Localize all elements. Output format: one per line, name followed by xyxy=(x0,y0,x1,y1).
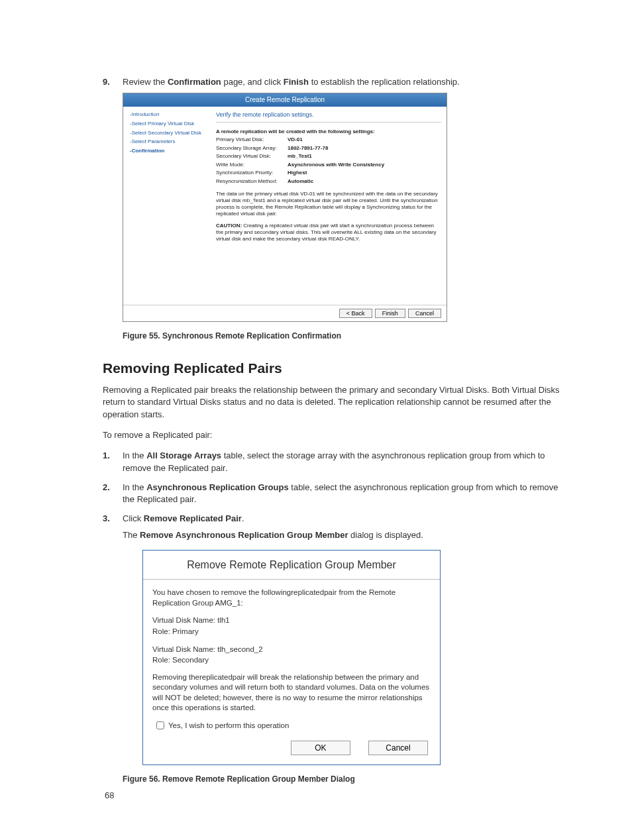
primary-vd-name: Virtual Disk Name: tlh1 xyxy=(152,615,431,626)
row-sync-priority: Synchronization Priority:Highest xyxy=(216,169,441,177)
wizard-footer: < Back Finish Cancel xyxy=(123,305,447,321)
s2-b: Asynchronous Replication Groups xyxy=(146,482,289,492)
s3a-pre: Click xyxy=(123,513,144,523)
s2-pre: In the xyxy=(123,482,146,492)
dialog-p1: You have chosen to remove the followingr… xyxy=(152,588,431,608)
wizard-desc: The data on the primary virtual disk VD-… xyxy=(216,191,441,217)
s1-b: All Storage Arrays xyxy=(146,450,221,460)
primary-role: Role: Primary xyxy=(152,626,431,637)
ssa-lbl: Secondary Storage Array: xyxy=(216,144,288,152)
page-number: 68 xyxy=(105,790,114,800)
side-intro[interactable]: -Introduction xyxy=(130,111,209,119)
rm-lbl: Resyncronization Method: xyxy=(216,178,288,185)
wizard-title: Create Remote Replication xyxy=(123,93,447,107)
wm-val: Asynchronous with Write Consistency xyxy=(288,162,384,168)
s1-pre: In the xyxy=(123,450,146,460)
s3a-post: . xyxy=(242,513,244,523)
pvd-val: VD-01 xyxy=(288,136,303,142)
step-9-pre: Review the xyxy=(123,77,168,87)
step-9-text: Review the Confirmation page, and click … xyxy=(123,77,460,87)
remove-member-dialog: Remove Remote Replication Group Member Y… xyxy=(142,550,441,765)
side-select-secondary[interactable]: -Select Secondary Virtual Disk xyxy=(130,129,209,137)
rm-val: Automatic xyxy=(288,178,313,184)
back-button[interactable]: < Back xyxy=(339,309,372,318)
row-write-mode: Write Mode:Asynchronous with Write Consi… xyxy=(216,161,441,169)
figure-55-caption: Figure 55. Synchronous Remote Replicatio… xyxy=(123,331,562,341)
step-1: 1. In the All Storage Arrays table, sele… xyxy=(103,450,562,475)
s3b-post: dialog is displayed. xyxy=(348,530,423,540)
ssa-val: 1802-7891-77-78 xyxy=(288,145,328,151)
side-select-params[interactable]: -Select Parameters xyxy=(130,138,209,146)
ok-button[interactable]: OK xyxy=(291,741,350,755)
wizard-divider xyxy=(216,122,441,123)
wizard-sidebar: -Introduction -Select Primary Virtual Di… xyxy=(130,111,209,301)
secondary-vd-name: Virtual Disk Name: tlh_second_2 xyxy=(152,644,431,655)
confirm-checkbox-row[interactable]: Yes, I wish to perform this operation xyxy=(156,720,431,731)
wizard-caution: CAUTION: Creating a replicated virtual d… xyxy=(216,223,441,242)
caution-lbl: CAUTION: xyxy=(216,223,242,229)
dialog-warning: Removing thereplicatedpair will break th… xyxy=(152,672,431,713)
primary-group: Virtual Disk Name: tlh1 Role: Primary xyxy=(152,615,431,637)
section-heading: Removing Replicated Pairs xyxy=(103,360,562,376)
side-confirmation[interactable]: -Confirmation xyxy=(130,147,209,155)
pvd-lbl: Primary Virtual Disk: xyxy=(216,136,288,144)
s3b-pre: The xyxy=(123,530,140,540)
lead-paragraph: To remove a Replicated pair: xyxy=(103,429,562,442)
step-2: 2. In the Asynchronous Replication Group… xyxy=(103,482,562,507)
s3b-b: Remove Asynchronous Replication Group Me… xyxy=(140,530,348,540)
confirm-label: Yes, I wish to perform this operation xyxy=(168,720,289,731)
confirm-checkbox[interactable] xyxy=(156,721,164,729)
caution-text: Creating a replicated virtual disk pair … xyxy=(216,223,437,242)
intro-paragraph: Removing a Replicated pair breaks the re… xyxy=(103,384,562,422)
step-9-b1: Confirmation xyxy=(168,77,221,87)
step-9-mid: page, and click xyxy=(221,77,284,87)
sp-val: Highest xyxy=(288,170,307,176)
step-3-num: 3. xyxy=(103,513,110,525)
step-9-post: to establish the replication relationshi… xyxy=(309,77,460,87)
step-9: 9. Review the Confirmation page, and cli… xyxy=(103,76,562,322)
row-secondary-vd: Secondary Virtual Disk:mb_Test1 xyxy=(216,152,441,160)
side-select-primary[interactable]: -Select Primary Virtual Disk xyxy=(130,120,209,128)
step-9-num: 9. xyxy=(103,76,110,89)
wm-lbl: Write Mode: xyxy=(216,161,288,169)
wizard-settings-heading: A remote replication will be created wit… xyxy=(216,128,441,136)
step-1-num: 1. xyxy=(103,450,110,462)
secondary-group: Virtual Disk Name: tlh_second_2 Role: Se… xyxy=(152,644,431,666)
step-2-num: 2. xyxy=(103,482,110,494)
svd-lbl: Secondary Virtual Disk: xyxy=(216,152,288,160)
step-9-b2: Finish xyxy=(284,77,309,87)
sp-lbl: Synchronization Priority: xyxy=(216,169,288,177)
row-secondary-array: Secondary Storage Array:1802-7891-77-78 xyxy=(216,144,441,152)
s3a-b: Remove Replicated Pair xyxy=(144,513,242,523)
step-3: 3. Click Remove Replicated Pair. The Rem… xyxy=(103,513,562,764)
row-primary-vd: Primary Virtual Disk:VD-01 xyxy=(216,136,441,144)
create-remote-replication-wizard: Create Remote Replication -Introduction … xyxy=(123,93,447,322)
wizard-main: Verify the remote replication settings. … xyxy=(216,111,441,301)
cancel-button-2[interactable]: Cancel xyxy=(368,741,428,755)
finish-button[interactable]: Finish xyxy=(375,309,405,318)
svd-val: mb_Test1 xyxy=(288,153,312,159)
dialog-title: Remove Remote Replication Group Member xyxy=(143,551,440,580)
wizard-verify: Verify the remote replication settings. xyxy=(216,111,441,119)
row-resync-method: Resyncronization Method:Automatic xyxy=(216,178,441,185)
cancel-button[interactable]: Cancel xyxy=(408,309,441,318)
figure-56-caption: Figure 56. Remove Remote Replication Gro… xyxy=(123,774,562,784)
secondary-role: Role: Secondary xyxy=(152,655,431,666)
